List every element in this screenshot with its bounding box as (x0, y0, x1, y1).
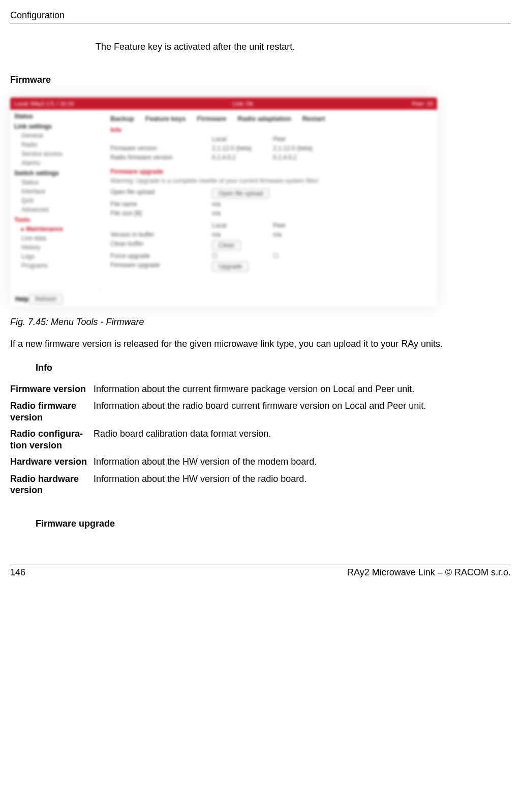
nav-general[interactable]: General (21, 132, 96, 139)
term-firmware-version: Firmware version (10, 383, 94, 395)
desc-radio-config-version: Radio board calibration data format vers… (94, 428, 511, 451)
info-list-title: Info (36, 363, 511, 373)
refresh-button[interactable]: Refresh (28, 294, 63, 304)
nav-maintenance-label: Maintenance (26, 225, 63, 233)
file-name-value: n/a (212, 201, 253, 208)
upgrade-col-peer: Peer (273, 222, 314, 229)
fw-upgrade-list-title: Firmware upgrade (36, 518, 511, 529)
term-radio-config-version: Radio configura­tion version (10, 428, 94, 451)
tab-feature-keys[interactable]: Feature keys (145, 115, 186, 122)
nav-maintenance[interactable]: ▸ Maintenance (21, 225, 96, 233)
nav-help[interactable]: Help (15, 296, 28, 303)
nav-alarms[interactable]: Alarms (21, 159, 96, 167)
tab-radio-adaptation[interactable]: Radio adaptation (237, 115, 291, 122)
file-size-value: n/a (212, 210, 253, 217)
info-col-peer: Peer (273, 136, 314, 143)
nav-service-access[interactable]: Service access (21, 150, 96, 157)
nav-programs[interactable]: Programs (21, 262, 96, 269)
section-firmware: Firmware (10, 75, 511, 85)
footer-page-number: 146 (10, 567, 41, 578)
term-radio-fw-version: Radio firmware version (10, 400, 94, 423)
nav-advanced[interactable]: Advanced (21, 206, 96, 213)
body-paragraph: If a new firmware version is released fo… (10, 339, 511, 349)
upgrade-col-local: Local (212, 222, 253, 229)
force-upgrade-label: Force upgrade (110, 252, 192, 259)
desc-radio-fw-version: Information about the radio board curren… (94, 400, 511, 423)
fw-upgrade-label: Firmware upgrade (110, 262, 192, 272)
info-fw-label: Firmware version (110, 145, 192, 152)
file-name-label: File name (110, 201, 192, 208)
info-col-local: Local (212, 136, 253, 143)
page-header: Configuration (10, 10, 511, 23)
nav-status[interactable]: Status (14, 110, 96, 120)
file-size-label: File size [B] (110, 210, 192, 217)
intro-text: The Feature key is activated after the u… (96, 42, 511, 52)
figure-caption: Fig. 7.45: Menu Tools - Firmware (10, 317, 511, 328)
nav-live-data[interactable]: Live data (21, 235, 96, 242)
open-upload-label: Open file upload (110, 188, 192, 199)
force-upgrade-local-checkbox[interactable]: ☐ (212, 252, 253, 259)
nav-radio[interactable]: Radio (21, 141, 96, 148)
nav-history[interactable]: History (21, 244, 96, 251)
nav-tools[interactable]: Tools (14, 216, 96, 223)
topbar-peer: Peer: 10 (412, 101, 433, 107)
tab-backup[interactable]: Backup (110, 115, 134, 122)
tab-firmware[interactable]: Firmware (197, 115, 226, 122)
force-upgrade-peer-checkbox[interactable]: ☐ (273, 252, 314, 259)
footer-copyright: RAy2 Microwave Link – © RACOM s.r.o. (347, 567, 511, 578)
screenshot-sidenav: Status Link settings General Radio Servi… (10, 110, 100, 291)
definition-list: Firmware version Information about the c… (10, 378, 511, 501)
header-rule (10, 23, 511, 23)
desc-radio-hw-version: Information about the HW version of the … (94, 473, 511, 496)
term-hardware-version: Hardware version (10, 456, 94, 468)
ver-in-buffer-peer: n/a (273, 231, 314, 238)
clean-button[interactable]: Clean (212, 240, 241, 250)
info-radio-fw-peer: 0.2.4.0.2 (273, 154, 314, 161)
topbar-link: Link: Ok (233, 101, 253, 107)
screenshot-topbar: Local: RAy2-17L / 10.10 Link: Ok Peer: 1… (10, 98, 437, 110)
nav-maintenance-arrow: ▸ (21, 225, 26, 233)
nav-qos[interactable]: QoS (21, 197, 96, 204)
nav-interface[interactable]: Interface (21, 188, 96, 195)
upgrade-title: Firmware upgrade (110, 168, 427, 175)
ver-in-buffer-local: n/a (212, 231, 253, 238)
nav-switch-settings[interactable]: Switch settings (14, 170, 96, 177)
info-radio-fw-label: Radio firmware version (110, 154, 192, 161)
nav-logs[interactable]: Logs (21, 253, 96, 260)
info-fw-local: 2.1.12.0 (beta) (212, 145, 253, 152)
desc-hardware-version: Information about the HW version of the … (94, 456, 511, 468)
topbar-local: Local: RAy2-17L / 10.10 (14, 101, 74, 107)
clean-buffer-label: Clean buffer (110, 240, 192, 250)
footer-rule (10, 565, 511, 565)
desc-firmware-version: Information about the current firmware p… (94, 383, 511, 395)
open-upload-button[interactable]: Open file upload (212, 188, 269, 199)
tab-restart[interactable]: Restart (302, 115, 325, 122)
upgrade-button[interactable]: Upgrade (212, 262, 249, 272)
info-radio-fw-local: 0.2.4.0.2 (212, 154, 253, 161)
nav-link-settings[interactable]: Link settings (14, 123, 96, 130)
ver-in-buffer-label: Version in buffer (110, 231, 192, 238)
nav-sw-status[interactable]: Status (21, 179, 96, 186)
term-radio-hw-version: Radio hardware version (10, 473, 94, 496)
firmware-screenshot: Local: RAy2-17L / 10.10 Link: Ok Peer: 1… (10, 98, 437, 307)
info-fw-peer: 2.1.12.0 (beta) (273, 145, 314, 152)
upgrade-warning: Warning: Upgrade is a complete rewrite o… (110, 177, 427, 184)
screenshot-content: Backup Feature keys Firmware Radio adapt… (100, 110, 437, 291)
info-title: Info (110, 126, 427, 134)
